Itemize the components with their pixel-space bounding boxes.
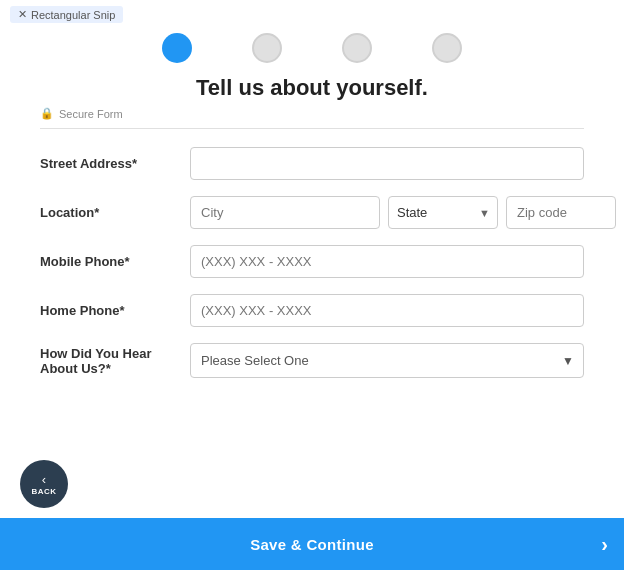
mobile-phone-row: Mobile Phone* bbox=[40, 245, 584, 278]
mobile-phone-field bbox=[190, 245, 584, 278]
how-did-you-hear-select[interactable]: Please Select One bbox=[190, 343, 584, 378]
next-arrow-icon: › bbox=[601, 533, 608, 556]
mobile-phone-label: Mobile Phone* bbox=[40, 254, 190, 269]
back-button-label: BACK bbox=[31, 487, 56, 496]
lock-icon: 🔒 bbox=[40, 107, 54, 120]
how-did-you-hear-wrapper: Please Select One ▼ bbox=[190, 343, 584, 378]
how-did-you-hear-row: How Did You Hear About Us?* Please Selec… bbox=[40, 343, 584, 378]
location-row: Location* State ▼ bbox=[40, 196, 584, 229]
how-did-you-hear-label: How Did You Hear About Us?* bbox=[40, 346, 190, 376]
state-select-wrapper: State ▼ bbox=[388, 196, 498, 229]
home-phone-label: Home Phone* bbox=[40, 303, 190, 318]
back-button[interactable]: ‹ BACK bbox=[20, 460, 68, 508]
home-phone-input[interactable] bbox=[190, 294, 584, 327]
save-continue-button[interactable]: Save & Continue bbox=[250, 536, 374, 553]
home-phone-row: Home Phone* bbox=[40, 294, 584, 327]
location-label: Location* bbox=[40, 205, 190, 220]
state-select[interactable]: State bbox=[388, 196, 498, 229]
street-address-label: Street Address* bbox=[40, 156, 190, 171]
home-phone-field bbox=[190, 294, 584, 327]
step-3 bbox=[342, 33, 372, 63]
zip-input[interactable] bbox=[506, 196, 616, 229]
snip-icon: ✕ bbox=[18, 8, 27, 21]
progress-steps bbox=[0, 29, 624, 71]
step-1 bbox=[162, 33, 192, 63]
street-address-field bbox=[190, 147, 584, 180]
location-fields: State ▼ bbox=[190, 196, 616, 229]
snip-label: ✕ Rectangular Snip bbox=[10, 6, 123, 23]
mobile-phone-input[interactable] bbox=[190, 245, 584, 278]
bottom-bar: Save & Continue › bbox=[0, 518, 624, 570]
step-2 bbox=[252, 33, 282, 63]
main-content: Tell us about yourself. 🔒 Secure Form St… bbox=[0, 71, 624, 404]
page-title: Tell us about yourself. bbox=[40, 71, 584, 101]
top-bar: ✕ Rectangular Snip bbox=[0, 0, 624, 29]
secure-form-label: 🔒 Secure Form bbox=[40, 107, 584, 129]
city-input[interactable] bbox=[190, 196, 380, 229]
back-arrow-icon: ‹ bbox=[42, 472, 46, 487]
street-address-row: Street Address* bbox=[40, 147, 584, 180]
step-4 bbox=[432, 33, 462, 63]
street-address-input[interactable] bbox=[190, 147, 584, 180]
